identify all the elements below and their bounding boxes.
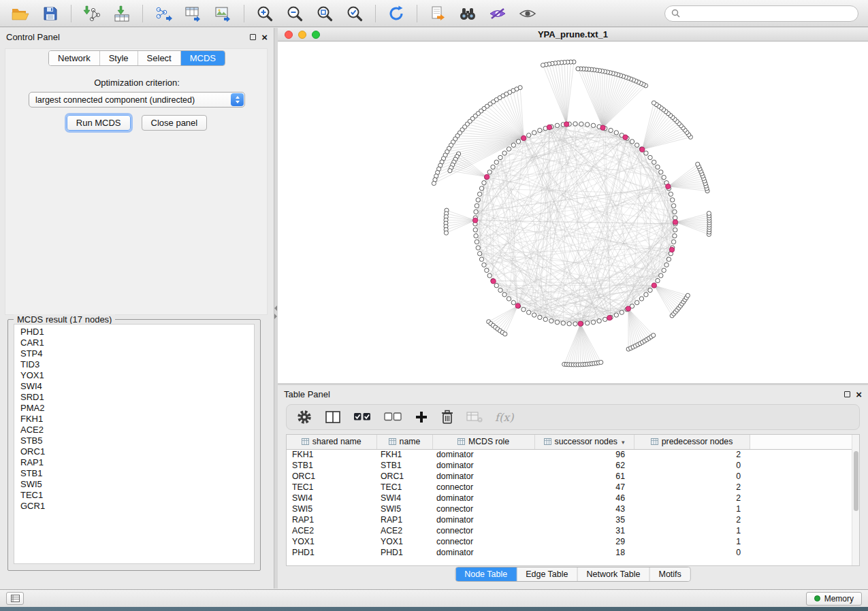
- import-network-button[interactable]: [78, 3, 106, 24]
- delete-column-button[interactable]: [440, 410, 454, 425]
- memory-status-icon: [814, 595, 820, 601]
- control-panel-header: Control Panel ×: [0, 28, 274, 46]
- save-session-button[interactable]: [37, 3, 64, 24]
- mcds-result-item[interactable]: SWI4: [14, 381, 254, 392]
- mcds-result-item[interactable]: SWI5: [14, 479, 254, 490]
- search-box[interactable]: [664, 5, 858, 22]
- tab-style[interactable]: Style: [100, 51, 138, 65]
- toggle-column-panel-button[interactable]: [325, 410, 341, 424]
- table-row[interactable]: ACE2ACE2connector311: [287, 525, 854, 536]
- table-row[interactable]: ORC1ORC1dominator610: [287, 471, 854, 482]
- scrollbar-thumb[interactable]: [854, 451, 858, 511]
- tab-mcds[interactable]: MCDS: [181, 51, 225, 65]
- network-search-button[interactable]: [454, 3, 481, 24]
- checked-boxes-icon: [353, 410, 372, 424]
- network-window-titlebar[interactable]: YPA_prune.txt_1: [278, 28, 868, 42]
- deselect-all-columns-button[interactable]: [384, 410, 402, 424]
- eye-icon: [519, 7, 536, 20]
- zoom-in-button[interactable]: [251, 3, 278, 24]
- collapse-right-icon[interactable]: [274, 314, 277, 319]
- trash-icon: [440, 410, 454, 425]
- close-panel-button[interactable]: Close panel: [142, 115, 208, 131]
- close-table-panel-icon[interactable]: ×: [856, 389, 862, 399]
- mcds-result-item[interactable]: TID3: [14, 359, 254, 370]
- mcds-result-item[interactable]: GCR1: [14, 501, 254, 512]
- mcds-result-item[interactable]: STP4: [14, 348, 254, 359]
- show-all-button[interactable]: [514, 3, 541, 24]
- table-row[interactable]: FKH1FKH1dominator962: [287, 449, 854, 460]
- table-settings-button[interactable]: [296, 409, 312, 425]
- mcds-result-item[interactable]: STB1: [14, 468, 254, 479]
- floppy-disk-icon: [43, 6, 58, 21]
- sort-descending-icon: ▾: [622, 439, 625, 446]
- table-row[interactable]: PHD1PHD1dominator180: [287, 547, 854, 558]
- mcds-result-item[interactable]: PMA2: [14, 403, 254, 414]
- mcds-result-item[interactable]: STB5: [14, 435, 254, 446]
- import-network-icon: [83, 5, 101, 22]
- column-header-name[interactable]: name: [376, 435, 432, 449]
- search-input[interactable]: [684, 9, 852, 18]
- table-row[interactable]: SWI5SWI5connector431: [287, 503, 854, 514]
- tab-network-table[interactable]: Network Table: [578, 567, 650, 581]
- status-bar: Memory: [0, 589, 868, 607]
- table-vertical-scrollbar[interactable]: [852, 435, 859, 565]
- mcds-result-item[interactable]: FKH1: [14, 414, 254, 425]
- zoom-fit-button[interactable]: [311, 3, 338, 24]
- node-table-body: FKH1FKH1dominator962STB1STB1dominator620…: [287, 449, 854, 558]
- mcds-result-item[interactable]: RAP1: [14, 457, 254, 468]
- select-all-columns-button[interactable]: [353, 410, 372, 424]
- zoom-in-icon: [256, 5, 274, 22]
- export-network-button[interactable]: [150, 3, 177, 24]
- tab-node-table[interactable]: Node Table: [455, 567, 517, 581]
- export-image-button[interactable]: [210, 3, 237, 24]
- tab-edge-table[interactable]: Edge Table: [517, 567, 577, 581]
- apply-layout-button[interactable]: [383, 3, 410, 24]
- mcds-result-item[interactable]: ORC1: [14, 446, 254, 457]
- tab-select[interactable]: Select: [138, 51, 181, 65]
- run-mcds-button[interactable]: Run MCDS: [67, 115, 131, 131]
- import-table-button[interactable]: [108, 3, 135, 24]
- mcds-result-item[interactable]: TEC1: [14, 490, 254, 501]
- create-column-button[interactable]: [415, 410, 428, 424]
- hide-selected-button[interactable]: [484, 3, 511, 24]
- memory-button[interactable]: Memory: [806, 592, 862, 606]
- column-header-predecessor-nodes[interactable]: predecessor nodes: [634, 435, 750, 449]
- optimization-criterion-dropdown[interactable]: largest connected component (undirected): [29, 92, 245, 108]
- tab-network[interactable]: Network: [49, 51, 100, 65]
- export-table-button[interactable]: [180, 3, 207, 24]
- mcds-tab-panel: [5, 48, 268, 315]
- mcds-result-item[interactable]: ACE2: [14, 425, 254, 435]
- export-document-button[interactable]: [424, 3, 451, 24]
- zoom-out-button[interactable]: [281, 3, 308, 24]
- close-panel-icon[interactable]: ×: [261, 32, 268, 42]
- dropdown-value: largest connected component (undirected): [35, 95, 195, 105]
- column-header-shared-name[interactable]: shared name: [287, 435, 376, 449]
- show-panels-button[interactable]: [6, 592, 24, 605]
- table-panel-tab-bar: Node Table Edge Table Network Table Moti…: [455, 567, 691, 582]
- column-attr-icon: [389, 438, 396, 445]
- list-icon: [11, 595, 20, 602]
- collapse-left-icon[interactable]: [274, 306, 277, 311]
- column-attr-icon: [302, 438, 309, 445]
- table-row[interactable]: STB1STB1dominator620: [287, 460, 854, 471]
- table-row[interactable]: SWI4SWI4dominator462: [287, 493, 854, 503]
- mcds-result-item[interactable]: CAR1: [14, 337, 254, 348]
- float-panel-icon[interactable]: [250, 34, 256, 40]
- float-table-panel-icon[interactable]: [844, 391, 850, 397]
- delete-table-icon: [466, 411, 483, 423]
- tab-motifs[interactable]: Motifs: [649, 567, 690, 581]
- table-row[interactable]: RAP1RAP1dominator352: [287, 514, 854, 525]
- zoom-selected-button[interactable]: [341, 3, 368, 24]
- column-header-successor-nodes[interactable]: successor nodes▾: [534, 435, 634, 449]
- open-session-button[interactable]: [7, 3, 34, 24]
- mcds-result-item[interactable]: PHD1: [14, 327, 254, 337]
- column-header-mcds-role[interactable]: MCDS role: [432, 435, 534, 449]
- table-row[interactable]: YOX1YOX1connector291: [287, 536, 854, 547]
- network-window: YPA_prune.txt_1: [278, 28, 868, 383]
- table-row[interactable]: TEC1TEC1connector472: [287, 482, 854, 493]
- mcds-result-groupbox: MCDS result (17 nodes) PHD1CAR1STP4TID3Y…: [7, 319, 261, 571]
- mcds-result-item[interactable]: YOX1: [14, 370, 254, 381]
- network-canvas[interactable]: [278, 42, 868, 383]
- mcds-result-list[interactable]: PHD1CAR1STP4TID3YOX1SWI4SRD1PMA2FKH1ACE2…: [14, 324, 255, 564]
- mcds-result-item[interactable]: SRD1: [14, 392, 254, 403]
